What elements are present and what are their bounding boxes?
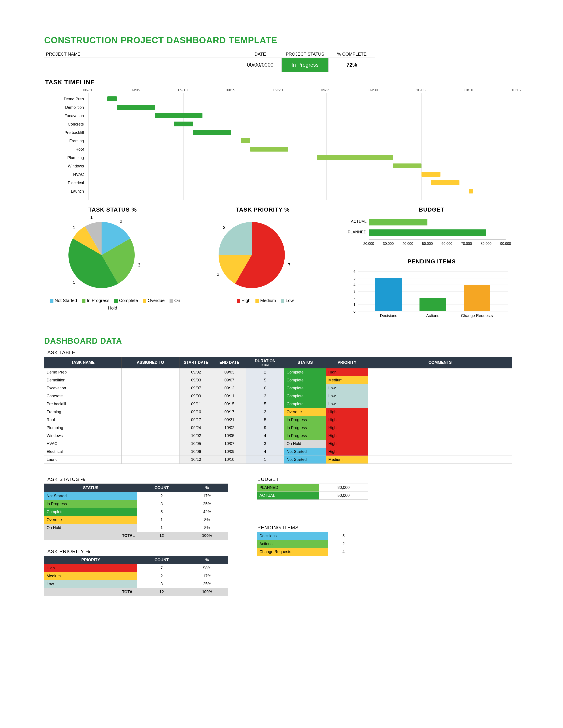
status-summary-heading: TASK STATUS % <box>45 477 228 482</box>
task-table-heading: TASK TABLE <box>45 350 519 355</box>
gantt-bar <box>250 147 288 152</box>
table-row: Framing 09/16 09/17 2 Overdue High <box>44 408 512 416</box>
hdr-pct-label: % COMPLETE <box>328 51 375 58</box>
gantt-bar <box>422 172 441 177</box>
gantt-bar <box>193 130 231 135</box>
gantt-row-label: Launch <box>49 189 84 194</box>
task-col-header: START DATE <box>179 357 213 368</box>
svg-text:3: 3 <box>354 290 356 293</box>
budget-summary-table: PLANNED80,000ACTUAL50,000 <box>257 484 368 500</box>
task-col-header: COMMENTS <box>368 357 512 368</box>
task-col-header: ASSIGNED TO <box>121 357 179 368</box>
budget-bar <box>369 219 428 225</box>
table-row: HVAC 10/05 10/07 3 On Hold High <box>44 440 512 448</box>
table-row: Launch 10/10 10/10 1 Not Started Medium <box>44 456 512 464</box>
gantt-bar <box>393 163 422 168</box>
svg-text:2: 2 <box>217 272 219 277</box>
task-col-header: END DATE <box>213 357 246 368</box>
status-summary-table: STATUSCOUNT%Not Started217%In Progress32… <box>44 484 228 540</box>
gantt-bar <box>117 105 155 110</box>
pending-bar-chart: 0123456DecisionsActionsChange Requests <box>345 265 512 322</box>
pending-summary-table: Decisions5Actions2Change Requests4 <box>257 532 359 556</box>
dashboard-data-heading: DASHBOARD DATA <box>44 336 519 346</box>
task-col-header: DURATIONin days <box>246 357 284 368</box>
task-col-header: STATUS <box>285 357 326 368</box>
gantt-row-label: Concrete <box>49 122 84 127</box>
svg-text:ACTUAL: ACTUAL <box>351 219 367 224</box>
table-row: Demolition 09/03 09/07 5 Complete Medium <box>44 376 512 384</box>
priority-summary-table: PRIORITYCOUNT%High758%Medium217%Low325%T… <box>44 556 228 596</box>
table-row: Plumbing 09/24 10/02 9 In Progress High <box>44 424 512 432</box>
table-row: Windows 10/02 10/05 4 In Progress High <box>44 432 512 440</box>
table-row: Roof 09/17 09/21 5 In Progress High <box>44 416 512 424</box>
gantt-bar <box>174 122 193 126</box>
gantt-bar <box>431 180 460 185</box>
svg-text:3: 3 <box>138 263 140 267</box>
priority-summary-heading: TASK PRIORITY % <box>45 549 228 554</box>
svg-text:Actions: Actions <box>426 313 439 318</box>
gantt-row-label: Electrical <box>49 181 84 185</box>
hdr-date-label: DATE <box>239 51 282 58</box>
task-priority-pie: 723 <box>194 213 309 293</box>
budget-chart-title: BUDGET <box>345 206 519 213</box>
svg-text:0: 0 <box>354 310 356 313</box>
gantt-row-label: Demo Prep <box>49 97 84 101</box>
svg-text:30,000: 30,000 <box>383 242 394 246</box>
svg-text:1: 1 <box>354 303 356 307</box>
gantt-row-label: Plumbing <box>49 156 84 160</box>
svg-text:80,000: 80,000 <box>481 242 492 246</box>
pending-bar <box>375 278 402 311</box>
pending-bar <box>420 298 446 311</box>
svg-text:5: 5 <box>73 280 75 285</box>
svg-text:50,000: 50,000 <box>422 242 433 246</box>
svg-text:PLANNED: PLANNED <box>348 230 367 234</box>
gantt-row-label: HVAC <box>49 172 84 177</box>
svg-text:2: 2 <box>354 296 356 300</box>
gantt-row-label: Framing <box>49 139 84 143</box>
svg-text:70,000: 70,000 <box>461 242 472 246</box>
svg-text:90,000: 90,000 <box>500 242 511 246</box>
gantt-row-label: Pre backfill <box>49 130 84 135</box>
project-name-input[interactable] <box>44 58 239 72</box>
gantt-bar <box>317 155 393 160</box>
gantt-row-label: Excavation <box>49 114 84 118</box>
gantt-row-label: Windows <box>49 164 84 169</box>
project-pct-cell: 72% <box>328 58 375 72</box>
table-row: Excavation 09/07 09/12 6 Complete Low <box>44 384 512 392</box>
task-table: TASK NAMEASSIGNED TOSTART DATEEND DATEDU… <box>44 357 512 464</box>
svg-text:Decisions: Decisions <box>380 313 397 318</box>
table-row: Demo Prep 09/02 09/03 2 Complete High <box>44 368 512 376</box>
hdr-projectname-label: PROJECT NAME <box>44 51 239 58</box>
project-date-input[interactable]: 00/00/0000 <box>239 58 282 72</box>
gantt-row-label: Demolition <box>49 105 84 110</box>
page-title: CONSTRUCTION PROJECT DASHBOARD TEMPLATE <box>44 35 519 45</box>
task-priority-chart-title: TASK PRIORITY % <box>194 206 331 213</box>
task-status-legend: Not StartedIn ProgressCompleteOverdueOn … <box>44 297 181 312</box>
svg-text:7: 7 <box>288 263 290 267</box>
gantt-bar <box>107 96 117 101</box>
svg-text:4: 4 <box>354 283 356 287</box>
hdr-status-label: PROJECT STATUS <box>282 51 328 58</box>
table-row: Pre backfill 09/11 09/15 5 Complete Low <box>44 400 512 408</box>
table-row: Concrete 09/09 09/11 3 Complete Low <box>44 392 512 400</box>
svg-text:1: 1 <box>73 225 75 230</box>
task-status-chart-title: TASK STATUS % <box>44 206 181 213</box>
budget-summary-heading: BUDGET <box>257 477 368 482</box>
svg-text:20,000: 20,000 <box>364 242 374 246</box>
svg-text:40,000: 40,000 <box>403 242 413 246</box>
svg-text:2: 2 <box>120 219 122 224</box>
task-col-header: TASK NAME <box>44 357 122 368</box>
table-row: Electrical 10/06 10/09 4 Not Started Hig… <box>44 448 512 456</box>
budget-bar <box>369 229 486 236</box>
project-status-cell[interactable]: In Progress <box>282 58 328 72</box>
task-priority-legend: HighMediumLow <box>194 297 331 304</box>
budget-bar-chart: ACTUALPLANNED20,00030,00040,00050,00060,… <box>345 213 512 253</box>
gantt-chart: 08/3109/0509/1009/1509/2009/2509/3010/05… <box>49 88 517 200</box>
gantt-row-label: Roof <box>49 147 84 152</box>
pending-bar <box>464 285 490 311</box>
task-status-pie: 23511 <box>44 213 159 293</box>
task-col-header: PRIORITY <box>326 357 368 368</box>
svg-text:Change Requests: Change Requests <box>461 313 493 318</box>
svg-text:5: 5 <box>354 276 356 280</box>
svg-text:6: 6 <box>354 270 356 274</box>
